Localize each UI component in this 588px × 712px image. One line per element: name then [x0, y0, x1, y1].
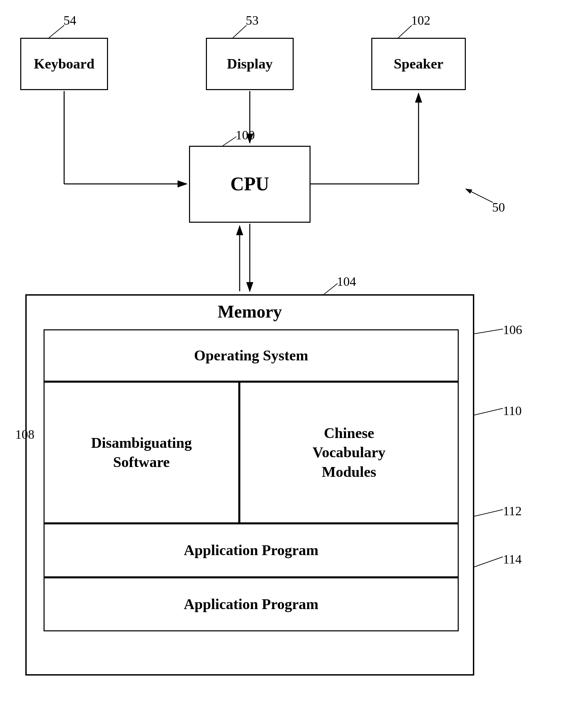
disambiguating-software-label: Disambiguating Software: [91, 433, 192, 472]
operating-system-box: Operating System: [44, 329, 459, 382]
memory-title: Memory: [27, 302, 473, 322]
ref-100: 100: [236, 128, 255, 143]
ref-50: 50: [492, 200, 505, 215]
memory-outer-box: Memory Operating System Disambiguating S…: [25, 294, 474, 675]
chinese-vocabulary-label: Chinese Vocabulary Modules: [313, 424, 385, 481]
display-box: Display: [206, 38, 294, 90]
operating-system-label: Operating System: [194, 346, 309, 365]
speaker-box: Speaker: [371, 38, 466, 90]
ref-112: 112: [503, 503, 522, 518]
disambiguating-software-box: Disambiguating Software: [44, 382, 239, 523]
speaker-label: Speaker: [394, 55, 443, 72]
ref-53: 53: [246, 13, 258, 28]
diagram-container: Keyboard Display Speaker CPU Memory Oper…: [0, 0, 588, 712]
display-label: Display: [227, 55, 272, 72]
ref-114: 114: [503, 552, 522, 566]
svg-line-18: [474, 557, 503, 567]
ref-108: 108: [15, 427, 35, 442]
cpu-label: CPU: [230, 173, 269, 195]
ref-104: 104: [337, 274, 356, 289]
keyboard-label: Keyboard: [34, 55, 94, 72]
cpu-box: CPU: [189, 146, 311, 223]
application-program-2-box: Application Program: [44, 577, 459, 631]
svg-line-11: [398, 25, 412, 38]
svg-line-19: [466, 189, 493, 202]
ref-106: 106: [503, 322, 522, 337]
keyboard-box: Keyboard: [20, 38, 108, 90]
svg-line-15: [474, 408, 503, 415]
application-program-2-label: Application Program: [184, 595, 319, 614]
svg-line-12: [223, 137, 236, 146]
application-program-1-label: Application Program: [184, 541, 319, 560]
chinese-vocabulary-box: Chinese Vocabulary Modules: [239, 382, 459, 523]
application-program-1-box: Application Program: [44, 523, 459, 577]
ref-110: 110: [503, 403, 522, 418]
ref-54: 54: [63, 13, 76, 28]
svg-line-13: [324, 283, 338, 294]
ref-102: 102: [411, 13, 430, 28]
svg-line-14: [472, 329, 503, 334]
svg-line-10: [233, 25, 246, 38]
svg-line-17: [474, 510, 503, 516]
svg-line-9: [49, 25, 64, 38]
